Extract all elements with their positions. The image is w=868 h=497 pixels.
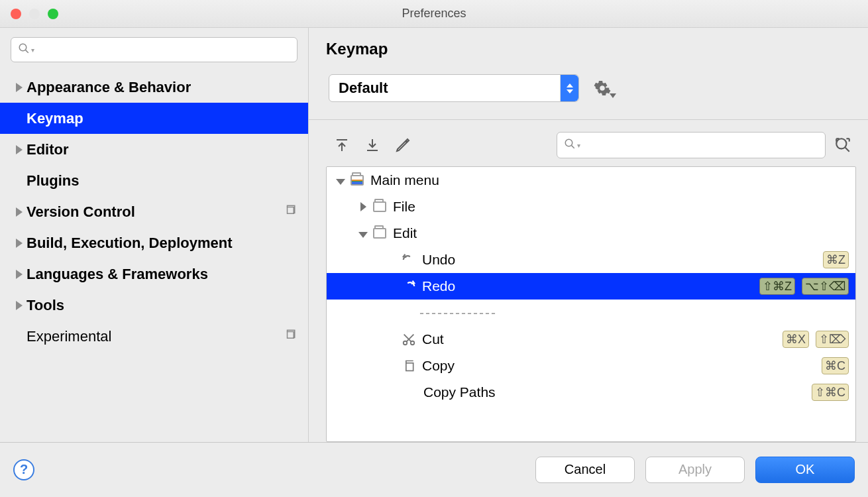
chevron-right-icon xyxy=(16,83,23,92)
gear-icon xyxy=(594,80,611,97)
nav-item-label: Appearance & Behavior xyxy=(27,79,191,96)
chevron-down-icon xyxy=(358,232,368,238)
sidebar-item-plugins[interactable]: Plugins xyxy=(0,165,308,196)
overridden-icon xyxy=(284,329,296,344)
titlebar: Preferences xyxy=(0,0,868,28)
tree-label: Copy Paths xyxy=(423,384,496,400)
tree-label: File xyxy=(393,199,415,215)
button-label: Cancel xyxy=(565,462,606,477)
svg-point-10 xyxy=(836,138,846,148)
search-icon xyxy=(564,138,576,153)
copy-icon xyxy=(400,359,418,372)
overridden-icon xyxy=(284,204,296,219)
svg-line-9 xyxy=(572,145,574,148)
sidebar-item-keymap[interactable]: Keymap xyxy=(0,103,308,134)
sidebar-item-version-control[interactable]: Version Control xyxy=(0,196,308,227)
shortcut-badge: ⇧⌘Z xyxy=(759,278,795,295)
sidebar-item-build-execution-deployment[interactable]: Build, Execution, Deployment xyxy=(0,227,308,258)
menu-folder-icon xyxy=(348,175,366,186)
tree-node-edit[interactable]: Edit xyxy=(327,220,855,247)
nav-item-label: Keymap xyxy=(27,110,83,127)
tree-action-cut[interactable]: Cut ⌘X ⇧⌦ xyxy=(327,326,855,353)
shortcut-badge: ⌘C xyxy=(822,357,849,374)
nav-item-label: Experimental xyxy=(27,328,111,345)
action-search[interactable]: ▾ xyxy=(557,132,826,158)
collapse-all-button[interactable] xyxy=(359,134,386,156)
tree-action-copy[interactable]: Copy ⌘C xyxy=(327,353,855,379)
tree-action-redo[interactable]: Redo ⇧⌘Z ⌥⇧⌫ xyxy=(327,273,855,300)
svg-line-11 xyxy=(845,148,849,152)
button-label: OK xyxy=(796,462,815,477)
sidebar-search-input[interactable] xyxy=(38,43,290,56)
chevron-down-icon: ▾ xyxy=(31,46,34,54)
tree-separator: ------------- xyxy=(327,300,855,326)
tree-label: Undo xyxy=(422,252,455,268)
svg-rect-20 xyxy=(406,363,413,371)
nav-item-label: Tools xyxy=(27,297,64,314)
keymap-scheme-select[interactable]: Default xyxy=(329,74,579,102)
sidebar-item-tools[interactable]: Tools xyxy=(0,290,308,321)
cancel-button[interactable]: Cancel xyxy=(535,457,635,483)
svg-point-0 xyxy=(19,44,27,51)
cut-icon xyxy=(400,332,418,347)
shortcut-badge: ⇧⌘C xyxy=(812,384,849,401)
undo-icon xyxy=(400,252,418,267)
nav-item-label: Build, Execution, Deployment xyxy=(27,235,232,252)
nav-item-label: Version Control xyxy=(27,203,135,221)
tree-action-copy-paths[interactable]: Copy Paths ⇧⌘C xyxy=(327,379,855,406)
settings-sidebar: ▾ Appearance & Behavior Keymap Editor Pl… xyxy=(0,28,309,442)
tree-label: ------------- xyxy=(419,305,497,321)
svg-rect-3 xyxy=(288,332,294,339)
chevron-down-icon: ▾ xyxy=(577,142,580,149)
sidebar-item-editor[interactable]: Editor xyxy=(0,134,308,165)
tree-action-undo[interactable]: Undo ⌘Z xyxy=(327,247,855,273)
collapse-all-icon xyxy=(364,137,380,153)
expand-all-icon xyxy=(334,137,350,153)
chevron-right-icon xyxy=(16,270,23,279)
sidebar-item-languages-frameworks[interactable]: Languages & Frameworks xyxy=(0,258,308,290)
shortcut-badge: ⇧⌦ xyxy=(816,331,849,348)
svg-point-8 xyxy=(565,139,572,146)
find-shortcut-icon xyxy=(834,137,851,154)
help-button[interactable]: ? xyxy=(13,459,34,480)
panel-title: Keymap xyxy=(326,40,856,58)
ok-button[interactable]: OK xyxy=(755,457,855,483)
keymap-panel: Keymap Default xyxy=(309,28,868,442)
tree-label: Edit xyxy=(393,225,417,241)
chevron-right-icon xyxy=(16,145,23,154)
apply-button[interactable]: Apply xyxy=(645,457,745,483)
folder-icon xyxy=(370,201,389,212)
chevron-down-icon xyxy=(336,179,345,185)
sidebar-item-appearance-behavior[interactable]: Appearance & Behavior xyxy=(0,72,308,103)
sidebar-item-experimental[interactable]: Experimental xyxy=(0,321,308,352)
folder-icon xyxy=(370,228,389,239)
shortcut-badge: ⌘Z xyxy=(823,251,849,268)
shortcut-badge: ⌘X xyxy=(783,331,809,348)
tree-node-file[interactable]: File xyxy=(327,193,855,220)
button-label: Apply xyxy=(678,462,712,477)
nav-item-label: Plugins xyxy=(27,172,79,190)
tree-label: Copy xyxy=(422,358,455,374)
chevron-right-icon xyxy=(16,301,23,310)
dialog-footer: ? Cancel Apply OK xyxy=(0,442,868,496)
shortcut-badge: ⌥⇧⌫ xyxy=(802,278,849,295)
divider xyxy=(309,119,868,120)
expand-all-button[interactable] xyxy=(329,134,355,156)
tree-label: Redo xyxy=(422,278,455,294)
keymap-settings-button[interactable] xyxy=(594,80,611,97)
sidebar-search[interactable]: ▾ xyxy=(11,37,298,62)
tree-node-main-menu[interactable]: Main menu xyxy=(327,167,855,193)
pencil-icon xyxy=(395,137,411,153)
svg-line-1 xyxy=(26,50,28,52)
nav-item-label: Languages & Frameworks xyxy=(27,266,208,283)
find-by-shortcut-button[interactable] xyxy=(830,134,856,156)
edit-shortcut-button[interactable] xyxy=(390,134,416,156)
chevron-right-icon xyxy=(16,207,23,217)
settings-nav-list: Appearance & Behavior Keymap Editor Plug… xyxy=(0,72,308,352)
actions-tree[interactable]: Main menu File Edit xyxy=(326,166,856,442)
updown-icon xyxy=(560,75,578,101)
nav-item-label: Editor xyxy=(27,141,69,158)
chevron-down-icon xyxy=(610,93,616,98)
action-search-input[interactable] xyxy=(584,138,818,152)
chevron-right-icon xyxy=(360,202,366,211)
